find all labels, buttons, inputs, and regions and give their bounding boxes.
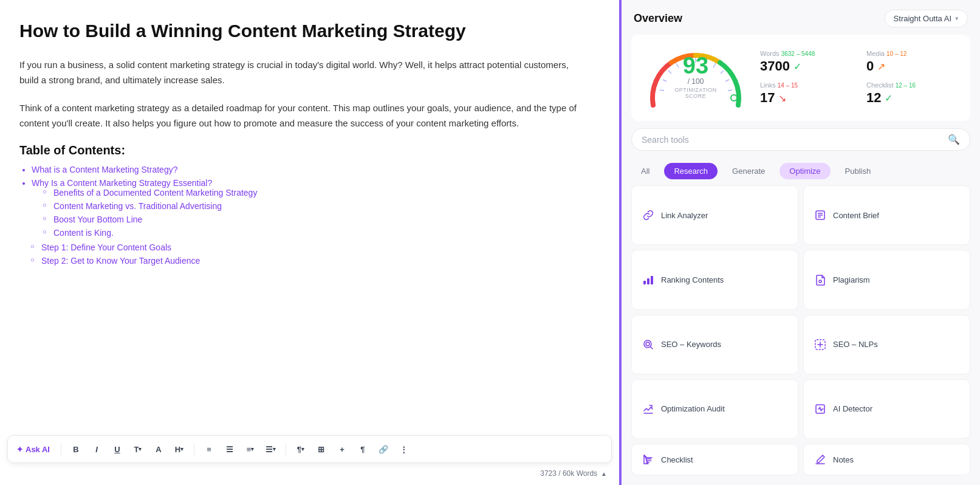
font-size-button[interactable]: A <box>150 441 167 458</box>
svg-line-22 <box>651 346 653 349</box>
table-button[interactable]: ¶ <box>354 441 371 458</box>
toc-heading: Table of Contents: <box>19 143 590 157</box>
ask-ai-button[interactable]: ✦ Ask AI <box>16 445 50 454</box>
toc-sub-item-1[interactable]: Benefits of a Documented Content Marketi… <box>53 188 590 198</box>
filter-tabs: All Research Generate Optimize Publish <box>622 157 980 185</box>
tool-seo-keywords[interactable]: SEO – Keywords <box>631 315 798 374</box>
tool-content-brief[interactable]: Content Brief <box>803 185 970 245</box>
underline-button[interactable]: U <box>109 441 126 458</box>
tool-notes-label: Notes <box>833 455 854 464</box>
profile-dropdown[interactable]: Straight Outta AI ▾ <box>885 10 968 27</box>
toc-sub-item-3[interactable]: Boost Your Bottom Line <box>53 215 590 224</box>
tool-ai-detector[interactable]: AI Detector <box>803 379 970 439</box>
chevron-up-icon[interactable]: ▲ <box>601 470 607 477</box>
svg-rect-18 <box>651 276 653 284</box>
article-title: How to Build a Winning Content Marketing… <box>19 19 590 43</box>
bullet-list-button[interactable]: ☰▾ <box>262 441 279 458</box>
tool-content-brief-label: Content Brief <box>833 211 879 220</box>
bottom-tools: Checklist Notes <box>622 444 980 485</box>
tool-seo-keywords-label: SEO – Keywords <box>661 340 721 349</box>
tool-link-analyzer-label: Link Analyzer <box>661 211 708 220</box>
toc-list: What is a Content Marketing Strategy? Wh… <box>19 165 590 238</box>
tool-optimization-audit-label: Optimization Audit <box>661 404 725 413</box>
stat-media: Media 10 – 12 0 ↗ <box>866 50 961 74</box>
tab-research[interactable]: Research <box>664 163 718 179</box>
svg-point-21 <box>646 342 649 346</box>
checklist-icon <box>642 453 655 466</box>
italic-button[interactable]: I <box>88 441 105 458</box>
links-arrow-icon: ↘ <box>778 92 786 104</box>
paragraph-button[interactable]: ¶▾ <box>292 441 309 458</box>
tab-publish[interactable]: Publish <box>835 163 881 179</box>
tab-optimize[interactable]: Optimize <box>780 163 830 179</box>
svg-rect-17 <box>647 278 649 284</box>
more-button[interactable]: ⋮ <box>396 441 413 458</box>
ai-icon: ✦ <box>16 445 23 454</box>
score-label: OPTIMIZATION SCORE <box>668 87 723 99</box>
stat-words-value: 3700 <box>760 58 790 74</box>
tool-checklist[interactable]: Checklist <box>631 444 798 475</box>
svg-point-19 <box>819 280 821 283</box>
stat-links: Links 14 – 15 17 ↘ <box>760 81 854 106</box>
seo-keywords-icon <box>642 338 655 351</box>
search-input[interactable] <box>642 135 948 145</box>
svg-line-10 <box>660 90 664 91</box>
toc-sub-list: Benefits of a Documented Content Marketi… <box>32 188 590 238</box>
toc-sub-item-4[interactable]: Content is King. <box>53 228 590 238</box>
editor-content[interactable]: How to Build a Winning Content Marketing… <box>0 0 619 485</box>
tool-seo-nlps[interactable]: SEO – NLPs <box>803 315 970 374</box>
svg-line-5 <box>728 90 732 91</box>
link-button[interactable]: 🔗 <box>375 441 392 458</box>
word-count-bar: 3723 / 60k Words ▲ <box>540 469 607 478</box>
sidebar: Overview Straight Outta AI ▾ <box>622 0 980 485</box>
stat-words: Words 3632 – 5448 3700 ✓ <box>760 50 854 74</box>
overview-title: Overview <box>634 12 682 25</box>
insert-button[interactable]: + <box>334 441 351 458</box>
toc-sub-item-2[interactable]: Content Marketing vs. Traditional Advert… <box>53 201 590 211</box>
editor-toolbar: ✦ Ask AI B I U T▾ A H▾ ≡ ☰ ≡▾ ☰▾ ¶▾ ⊞ + … <box>7 435 612 463</box>
score-denom: / 100 <box>668 77 723 86</box>
heading-button[interactable]: H▾ <box>171 441 188 458</box>
svg-point-11 <box>731 95 737 101</box>
toc-sub2-item-2[interactable]: Step 2: Get to Know Your Target Audience <box>41 256 590 266</box>
editor-panel: How to Build a Winning Content Marketing… <box>0 0 619 485</box>
checklist-check-icon: ✓ <box>885 92 893 104</box>
toolbar-divider-2 <box>194 443 194 455</box>
tool-plagiarism-label: Plagiarism <box>833 275 870 284</box>
gauge-wrapper: 93 / 100 OPTIMIZATION SCORE <box>641 44 750 111</box>
tab-generate[interactable]: Generate <box>722 163 775 179</box>
image-button[interactable]: ⊞ <box>313 441 330 458</box>
tool-link-analyzer[interactable]: Link Analyzer <box>631 185 798 245</box>
seo-nlps-icon <box>814 338 827 351</box>
toc-item-1[interactable]: What is a Content Marketing Strategy? <box>32 165 590 174</box>
bold-button[interactable]: B <box>67 441 84 458</box>
tool-plagiarism[interactable]: Plagiarism <box>803 250 970 309</box>
words-check-icon: ✓ <box>793 61 801 72</box>
align-center-button[interactable]: ☰ <box>221 441 238 458</box>
stat-links-value: 17 <box>760 90 775 106</box>
score-value: 93 <box>668 54 723 77</box>
stat-media-value: 0 <box>866 58 874 74</box>
stat-checklist-value: 12 <box>866 90 881 106</box>
tool-notes[interactable]: Notes <box>803 444 970 475</box>
ai-detector-icon <box>814 402 827 416</box>
tool-ranking-contents-label: Ranking Contents <box>661 275 724 284</box>
notes-icon <box>814 453 827 466</box>
toc-item-2[interactable]: Why Is a Content Marketing Strategy Esse… <box>32 178 590 238</box>
list-button[interactable]: ≡▾ <box>242 441 259 458</box>
sidebar-header: Overview Straight Outta AI ▾ <box>622 0 980 35</box>
content-brief-icon <box>814 208 827 222</box>
tool-ranking-contents[interactable]: Ranking Contents <box>631 250 798 309</box>
tab-all[interactable]: All <box>631 163 659 179</box>
toc-sub2-item-1[interactable]: Step 1: Define Your Content Goals <box>41 243 590 252</box>
text-style-button[interactable]: T▾ <box>129 441 146 458</box>
chevron-down-icon: ▾ <box>955 15 959 22</box>
tool-checklist-label: Checklist <box>661 455 693 464</box>
align-left-button[interactable]: ≡ <box>200 441 218 458</box>
search-icon: 🔍 <box>948 134 960 145</box>
svg-line-9 <box>663 80 666 81</box>
tool-optimization-audit[interactable]: Optimization Audit <box>631 379 798 439</box>
stat-checklist: Checklist 12 – 16 12 ✓ <box>866 81 961 106</box>
search-input-wrap[interactable]: 🔍 <box>631 128 970 151</box>
score-section: 93 / 100 OPTIMIZATION SCORE Words 3632 –… <box>631 35 970 121</box>
